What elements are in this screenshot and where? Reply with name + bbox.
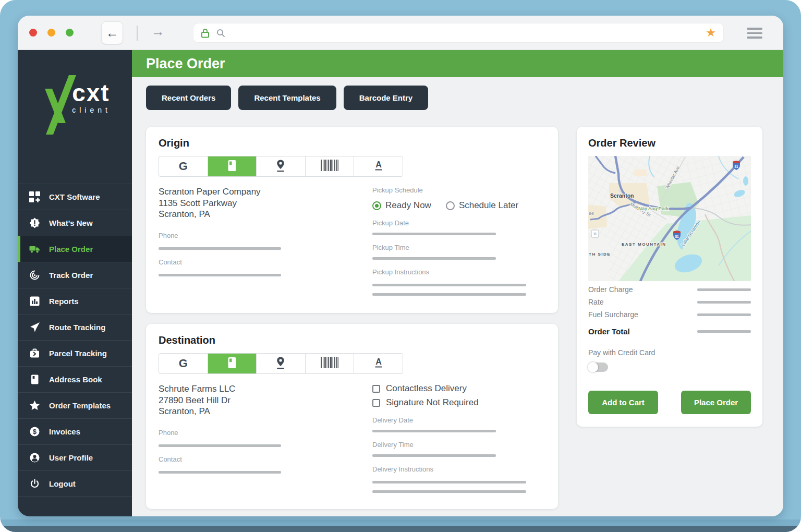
- recent-templates-button[interactable]: Recent Templates: [238, 86, 336, 110]
- svg-text:81: 81: [734, 165, 738, 168]
- destination-contact-value-bar[interactable]: [159, 471, 281, 474]
- credit-card-toggle[interactable]: [588, 362, 608, 372]
- navigation-arrow-icon: [29, 322, 40, 333]
- order-total-row: Order Total: [588, 327, 751, 336]
- recent-orders-button[interactable]: Recent Orders: [146, 86, 231, 110]
- sidebar-item-whats-new[interactable]: What's New: [18, 210, 132, 236]
- delivery-time-value-bar[interactable]: [372, 454, 496, 457]
- destination-phone-value-bar[interactable]: [159, 444, 281, 447]
- sidebar-item-label: Place Order: [49, 245, 93, 253]
- sidebar-item-logout[interactable]: Logout: [18, 470, 132, 497]
- desktop-frame: ← → ★: [0, 0, 801, 532]
- app-logo: cxt client: [18, 50, 132, 184]
- destination-card: Destination G: [146, 324, 558, 509]
- sidebar-menu: CXT Software What's New Place Order: [18, 184, 132, 497]
- pickup-date-value-bar[interactable]: [372, 233, 496, 235]
- back-button[interactable]: ←: [101, 21, 123, 44]
- origin-phone-label: Phone: [159, 232, 372, 239]
- sidebar-item-parcel-tracking[interactable]: Parcel Tracking: [18, 340, 132, 366]
- sidebar-item-label: Invoices: [49, 427, 80, 436]
- address-bar[interactable]: ★: [193, 23, 724, 43]
- toolbar-divider: [137, 26, 138, 41]
- forward-button[interactable]: →: [151, 23, 165, 40]
- order-charge-row: Order Charge: [588, 285, 751, 294]
- toggle-knob: [588, 362, 598, 372]
- browser-chrome: ← → ★: [18, 16, 783, 50]
- sidebar-item-cxt-software[interactable]: CXT Software: [18, 184, 132, 210]
- fuel-surcharge-value-bar: [697, 313, 751, 316]
- bookmark-star-icon[interactable]: ★: [706, 27, 716, 39]
- logo-brand-text: cxt: [72, 82, 111, 104]
- minimize-window-button[interactable]: [47, 29, 55, 37]
- order-total-value-bar: [697, 330, 751, 333]
- origin-card: Origin G: [146, 127, 558, 313]
- tab-barcode[interactable]: [306, 156, 355, 176]
- checkbox-unchecked-icon: [372, 399, 380, 407]
- tab-google-search[interactable]: G: [159, 354, 208, 373]
- sidebar-item-route-tracking[interactable]: Route Tracking: [18, 314, 132, 340]
- sidebar-item-order-templates[interactable]: Order Templates: [18, 392, 132, 418]
- signature-not-required-label: Signature Not Required: [386, 397, 479, 408]
- rate-value-bar: [697, 301, 751, 304]
- pickup-time-value-bar[interactable]: [372, 257, 496, 260]
- sidebar-item-reports[interactable]: Reports: [18, 288, 132, 314]
- sidebar-item-label: User Profile: [49, 453, 93, 462]
- maximize-window-button[interactable]: [66, 29, 74, 37]
- tab-map-pin[interactable]: [257, 156, 306, 176]
- svg-text:11: 11: [593, 232, 597, 236]
- window-controls: [29, 29, 74, 37]
- search-icon: [216, 29, 225, 38]
- map-label-city: Scranton: [610, 192, 634, 199]
- destination-contact-label: Contact: [159, 455, 372, 463]
- origin-phone-value-bar[interactable]: [159, 247, 281, 250]
- pickup-instructions-bar-1[interactable]: [372, 284, 526, 286]
- sidebar-item-label: Order Templates: [49, 401, 111, 410]
- map-pin-icon: [274, 159, 287, 174]
- map-pin-icon: [274, 356, 287, 371]
- sidebar-item-invoices[interactable]: $ Invoices: [18, 418, 132, 444]
- contactless-delivery-checkbox[interactable]: Contactless Delivery: [372, 383, 526, 394]
- signature-not-required-checkbox[interactable]: Signature Not Required: [372, 397, 526, 408]
- tab-manual-entry[interactable]: A: [354, 354, 403, 373]
- close-window-button[interactable]: [29, 29, 37, 37]
- tab-address-book[interactable]: [208, 354, 257, 373]
- barcode-entry-button[interactable]: Barcode Entry: [344, 86, 429, 110]
- browser-menu-button[interactable]: [747, 28, 762, 39]
- delivery-instructions-label: Delivery Instructions: [372, 465, 526, 473]
- rate-row: Rate: [588, 298, 751, 306]
- delivery-date-value-bar[interactable]: [372, 430, 496, 432]
- destination-city: Scranton, PA: [159, 406, 372, 417]
- origin-company-name: Scranton Paper Company: [159, 186, 372, 198]
- delivery-instructions-bar-1[interactable]: [372, 481, 526, 483]
- tab-manual-entry[interactable]: A: [354, 156, 403, 176]
- origin-contact-label: Contact: [159, 258, 372, 266]
- svg-text:81: 81: [675, 235, 679, 238]
- parcel-icon: [29, 348, 40, 359]
- address-book-icon: [29, 374, 40, 385]
- pickup-instructions-bar-2[interactable]: [372, 293, 526, 296]
- sidebar-item-label: Reports: [49, 297, 79, 306]
- schedule-later-radio[interactable]: Schedule Later: [446, 200, 518, 211]
- place-order-button[interactable]: Place Order: [681, 391, 751, 414]
- sidebar-item-address-book[interactable]: Address Book: [18, 366, 132, 392]
- pickup-instructions-label: Pickup Instructions: [372, 268, 526, 276]
- delivery-instructions-bar-2[interactable]: [372, 490, 526, 493]
- destination-title: Destination: [159, 334, 545, 346]
- ready-now-radio[interactable]: Ready Now: [372, 200, 431, 211]
- destination-phone-label: Phone: [159, 429, 372, 437]
- sidebar-item-user-profile[interactable]: User Profile: [18, 444, 132, 470]
- tab-map-pin[interactable]: [257, 354, 306, 373]
- tab-barcode[interactable]: [306, 354, 355, 373]
- back-arrow-icon: ←: [106, 26, 118, 40]
- destination-street: 27890 Beet Hill Dr: [159, 395, 372, 406]
- tab-google-search[interactable]: G: [159, 156, 208, 176]
- sidebar-item-track-order[interactable]: Track Order: [18, 262, 132, 288]
- tab-address-book[interactable]: [208, 156, 257, 176]
- add-to-cart-button[interactable]: Add to Cart: [588, 391, 658, 414]
- order-charge-value-bar: [697, 288, 751, 291]
- ready-now-label: Ready Now: [385, 200, 431, 211]
- origin-contact-value-bar[interactable]: [159, 274, 281, 276]
- alert-badge-icon: [29, 217, 40, 228]
- sidebar-item-place-order[interactable]: Place Order: [18, 236, 132, 262]
- sidebar-item-label: What's New: [49, 219, 93, 227]
